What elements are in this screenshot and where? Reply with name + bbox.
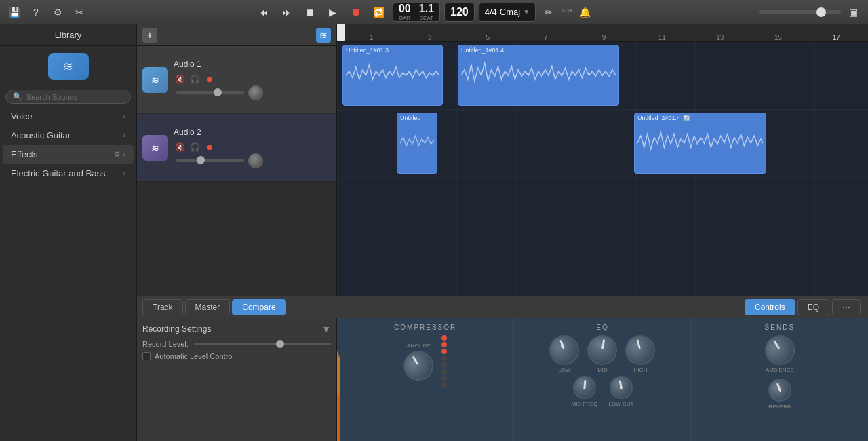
vol-thumb-1[interactable] — [214, 88, 222, 96]
track-headphone-btn-1[interactable]: 🎧 — [189, 73, 201, 85]
sidebar-item-acoustic-guitar[interactable]: Acoustic Guitar › — [3, 126, 134, 145]
record-btn[interactable]: ⏺ — [347, 5, 366, 20]
vol-knob-2[interactable] — [248, 153, 263, 168]
meter-dot-7 — [441, 376, 447, 381]
eq-low-cut-group: LOW CUT — [609, 376, 634, 407]
eq-low-knob[interactable] — [545, 331, 583, 369]
track-mute-btn-2[interactable]: 🔇 — [174, 141, 186, 153]
clip-title-2: Untitled_1#01.4 — [458, 45, 618, 55]
clip-untitled-1-01-4[interactable]: Untitled_1#01.4 — [458, 45, 619, 106]
tab-master[interactable]: Master — [185, 299, 231, 315]
timeline-area: 1 3 5 7 9 11 13 15 17 — [337, 24, 868, 296]
clip-untitled[interactable]: Untitled — [397, 113, 437, 174]
ruler-mark-17: 17 — [807, 34, 865, 41]
track-waveform-icon-1: ≋ — [151, 75, 159, 85]
tab-expand-right[interactable]: ⋯ — [832, 299, 861, 315]
chevron-right-icon-3: › — [123, 151, 125, 158]
search-box[interactable]: 🔍 — [5, 90, 131, 104]
track-record-arm-btn-2[interactable]: ⏺ — [203, 141, 216, 153]
sidebar-item-electric-guitar-label: Electric Guitar and Bass — [11, 168, 105, 178]
play-btn[interactable]: ▶ — [323, 5, 342, 20]
top-bar-left: 💾 ? ⚙ ✂ — [5, 5, 88, 20]
fast-forward-btn[interactable]: ⏭ — [277, 5, 296, 20]
eq-mid-freq-knob[interactable] — [572, 375, 597, 400]
stop-btn[interactable]: ⏹ — [300, 5, 319, 20]
metronome-icon-btn[interactable]: 🔔 — [576, 5, 593, 20]
eq-high-knob[interactable] — [623, 332, 659, 368]
sends-knob-row: AMBIENCE — [765, 335, 795, 373]
cycle-btn[interactable]: 🔁 — [370, 5, 389, 20]
vol-slider-2[interactable] — [176, 159, 244, 162]
library-waveform-icon: ≋ — [63, 59, 73, 74]
meter-dot-3 — [441, 349, 447, 354]
scissors-icon-btn[interactable]: ✂ — [71, 5, 88, 20]
sidebar-item-effects[interactable]: Effects ⚙ › — [3, 145, 134, 164]
eq-mid-group: MID — [587, 335, 617, 373]
track-record-arm-btn-1[interactable]: ⏺ — [203, 73, 216, 85]
settings-icon-btn[interactable]: ⚙ — [49, 5, 66, 20]
tab-track[interactable]: Track — [142, 299, 183, 315]
sends-reverb-label: REVERB — [768, 404, 791, 410]
tempo-display[interactable]: 120 — [444, 3, 475, 22]
position-display: 00 BAR 1.1 BEAT — [393, 3, 440, 22]
clip-untitled-2-01-4[interactable]: Untitled_2#01.4 🔄 — [634, 113, 766, 174]
sidebar-item-electric-guitar[interactable]: Electric Guitar and Bass › — [3, 164, 134, 183]
playhead[interactable] — [337, 24, 345, 41]
sidebar-item-acoustic-guitar-label: Acoustic Guitar — [11, 130, 71, 140]
auto-level-label: Automatic Level Control — [155, 352, 234, 360]
bar-display: 00 BAR — [399, 3, 411, 21]
eq-high-label: HIGH — [633, 367, 647, 373]
clip-untitled-1-01-3[interactable]: Untitled_1#01.3 — [342, 45, 443, 106]
track-info-2: Audio 2 🔇 🎧 ⏺ — [174, 128, 331, 168]
sends-reverb-knob[interactable] — [765, 375, 795, 405]
tab-eq[interactable]: EQ — [797, 299, 829, 315]
record-level-slider[interactable] — [194, 343, 331, 345]
sends-reverb-knob-group: REVERB — [768, 379, 791, 410]
recording-settings-title: Recording Settings — [142, 324, 211, 334]
beat-label: BEAT — [419, 15, 434, 21]
add-track-btn[interactable]: + — [142, 28, 157, 43]
meter-dot-1 — [441, 335, 447, 341]
tab-compare[interactable]: Compare — [232, 299, 285, 315]
sidebar-item-voice-label: Voice — [11, 111, 33, 121]
ruler-mark-1: 1 — [342, 34, 401, 41]
recording-settings-expand-btn[interactable]: ▼ — [321, 324, 331, 334]
browse-icon-btn[interactable]: ▣ — [845, 5, 863, 20]
sidebar-item-voice[interactable]: Voice › — [3, 107, 134, 126]
tab-controls[interactable]: Controls — [745, 299, 795, 315]
record-level-label: Record Level: — [142, 340, 189, 348]
recording-settings-panel: Recording Settings ▼ Record Level: Autom… — [137, 318, 337, 441]
rewind-btn[interactable]: ⏮ — [254, 5, 273, 20]
eq-panel: EQ LOW MID HI — [514, 318, 690, 441]
compressor-amount-knob[interactable] — [398, 345, 439, 386]
sends-ambience-knob[interactable] — [760, 330, 800, 370]
track-headphone-btn-2[interactable]: 🎧 — [189, 141, 201, 153]
eq-mid-freq-group: MID FREQ — [571, 376, 597, 407]
record-level-thumb[interactable] — [276, 340, 284, 348]
sidebar-item-voice-right: › — [123, 113, 125, 120]
track-mute-btn-1[interactable]: 🔇 — [174, 73, 186, 85]
smart-controls-btn[interactable]: ≋ — [316, 28, 331, 43]
master-volume-thumb[interactable] — [816, 7, 826, 17]
recording-settings-header: Recording Settings ▼ — [142, 324, 331, 334]
vol-thumb-2[interactable] — [197, 156, 205, 164]
eq-mid-knob[interactable] — [585, 333, 620, 368]
track-list-header: + ≋ — [137, 24, 336, 46]
eq-low-cut-knob[interactable] — [608, 374, 634, 400]
save-icon-btn[interactable]: 💾 — [5, 5, 23, 20]
track-controls-1: 🔇 🎧 ⏺ — [174, 73, 331, 85]
vol-slider-1[interactable] — [176, 91, 244, 94]
clip-waveform-4 — [635, 123, 766, 164]
pencil-icon-btn[interactable]: ✏ — [540, 5, 557, 20]
vol-knob-1[interactable] — [248, 85, 263, 100]
time-sig-display[interactable]: 4/4 Cmaj ▼ — [479, 3, 536, 22]
search-input[interactable] — [26, 93, 123, 101]
auto-level-checkbox[interactable] — [142, 352, 151, 360]
master-volume-slider[interactable] — [760, 10, 841, 14]
ruler-mark-5: 5 — [458, 34, 517, 41]
chevron-right-icon: › — [123, 113, 125, 120]
sidebar-item-electric-right: › — [123, 170, 125, 177]
beat-value: 1.1 — [419, 3, 434, 14]
record-level-row: Record Level: — [142, 340, 331, 348]
help-icon-btn[interactable]: ? — [27, 5, 45, 20]
